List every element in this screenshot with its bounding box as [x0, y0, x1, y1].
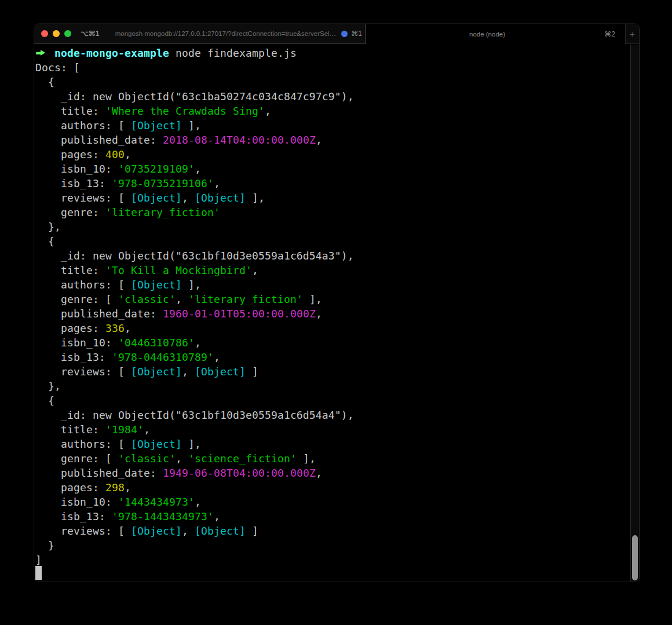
terminal-line: isbn_10: '0735219109', [35, 162, 630, 176]
tab-node[interactable]: node (node) ⌘2 [366, 24, 625, 44]
text-segment [48, 47, 54, 59]
text-segment: [Object] [195, 366, 246, 378]
text-segment: title: [35, 105, 105, 117]
text-segment: } [35, 539, 54, 551]
text-segment: isbn_10: [35, 163, 118, 175]
text-segment: ], [182, 438, 201, 450]
text-segment: , [176, 452, 188, 465]
text-segment: 'Where the Crawdads Sing' [105, 105, 265, 117]
terminal-line: isbn_10: '0446310786', [35, 335, 630, 350]
terminal-line: isbn_10: '1443434973', [35, 495, 630, 509]
text-segment: { [35, 76, 54, 88]
tab-mongosh[interactable]: ⌥⌘1 mongosh mongodb://127.0.0.1:27017/?d… [34, 24, 366, 44]
text-segment: ] [246, 525, 258, 537]
window-shortcut-hint: ⌥⌘1 [81, 30, 100, 38]
text-segment: , [125, 481, 131, 494]
text-segment: { [35, 235, 54, 247]
terminal-line: pages: 400, [35, 147, 630, 162]
text-segment: [Object] [131, 119, 182, 131]
text-segment: isb_13: [35, 351, 112, 363]
text-segment: ] [35, 554, 42, 566]
text-segment: , [125, 322, 131, 334]
text-segment: 'literary_fiction' [105, 206, 220, 218]
terminal-line: reviews: [ [Object], [Object] ] [35, 364, 630, 379]
text-segment: _id: new ObjectId("63c1ba50274c034c847c9… [35, 90, 354, 103]
text-segment: 1960-01-01T05:00:00.000Z [163, 308, 316, 320]
terminal-line: }, [35, 379, 630, 393]
terminal-line: reviews: [ [Object], [Object] ] [35, 524, 630, 538]
terminal-line: title: '1984', [35, 422, 630, 437]
zoom-button[interactable] [64, 30, 71, 37]
text-segment: published_date: [35, 467, 163, 479]
text-segment: [Object] [131, 525, 182, 537]
text-segment: reviews: [ [35, 366, 131, 378]
new-tab-button[interactable]: + [625, 24, 639, 44]
text-segment: 'classic' [118, 452, 176, 465]
text-segment: , [252, 264, 258, 276]
text-segment: ], [297, 452, 316, 465]
terminal-line: published_date: 2018-08-14T04:00:00.000Z… [35, 133, 630, 147]
close-button[interactable] [41, 30, 48, 37]
terminal-line: isb_13: '978-0446310789', [35, 350, 630, 364]
text-segment: ] [246, 366, 258, 378]
scrollbar-track[interactable] [630, 45, 639, 582]
text-segment: 298 [105, 481, 125, 494]
text-segment: isb_13: [35, 510, 112, 522]
terminal-line: pages: 298, [35, 480, 630, 495]
text-segment: [Object] [131, 438, 182, 450]
terminal-window: ⌥⌘1 mongosh mongodb://127.0.0.1:27017/?d… [34, 23, 640, 582]
text-segment: title: [35, 423, 105, 436]
terminal-line: genre: [ 'classic', 'literary_fiction' ]… [35, 292, 630, 306]
terminal-line: isb_13: '978-0735219106', [35, 176, 630, 191]
terminal-line: ➜ node-mongo-example node findexample.js [35, 46, 630, 60]
terminal-line: Docs: [ [35, 60, 630, 75]
text-segment: [Object] [131, 279, 182, 291]
text-segment: '0735219109' [118, 163, 195, 175]
text-segment: _id: new ObjectId("63c1bf10d3e0559a1c6d5… [35, 409, 354, 421]
text-segment: '978-0735219106' [112, 177, 214, 189]
text-segment: { [35, 394, 54, 407]
terminal-line: reviews: [ [Object], [Object] ], [35, 191, 630, 205]
text-segment: 'literary_fiction' [188, 293, 303, 305]
terminal-line: { [35, 75, 630, 89]
terminal-line: genre: 'literary_fiction' [35, 205, 630, 220]
text-segment: }, [35, 221, 61, 233]
text-segment: ], [182, 279, 201, 291]
text-segment: '978-0446310789' [112, 351, 214, 363]
text-segment: isbn_10: [35, 337, 118, 349]
terminal-line: isb_13: '978-1443434973', [35, 509, 630, 524]
text-segment: genre: [ [35, 452, 118, 465]
text-segment: authors: [ [35, 279, 131, 291]
text-segment: authors: [ [35, 119, 131, 131]
terminal-line: title: 'Where the Crawdads Sing', [35, 104, 630, 118]
text-segment: 'science_fiction' [188, 452, 297, 465]
text-segment: , [182, 525, 195, 537]
traffic-lights [41, 30, 71, 37]
text-segment: genre: [ [35, 293, 118, 305]
text-segment: reviews: [ [35, 192, 131, 204]
text-segment: , [214, 177, 220, 189]
text-segment: '0446310786' [118, 337, 195, 349]
text-segment: published_date: [35, 134, 163, 146]
terminal-line: genre: [ 'classic', 'science_fiction' ], [35, 451, 630, 466]
terminal-line: _id: new ObjectId("63c1ba50274c034c847c9… [35, 89, 630, 104]
text-segment: 'classic' [118, 293, 176, 305]
text-segment: , [316, 467, 322, 479]
scrollbar-thumb[interactable] [632, 535, 638, 580]
terminal-line: { [35, 393, 630, 408]
text-segment: , [182, 192, 195, 204]
tab-mongosh-shortcut: ⌘1 [351, 30, 362, 38]
terminal-line: published_date: 1960-01-01T05:00:00.000Z… [35, 306, 630, 321]
text-segment: isbn_10: [35, 496, 118, 508]
terminal-line: authors: [ [Object] ], [35, 277, 630, 292]
text-segment: Docs: [ [35, 61, 80, 74]
activity-indicator-icon [341, 31, 348, 37]
text-segment: [Object] [195, 192, 246, 204]
terminal-line: { [35, 234, 630, 248]
text-segment: 2018-08-14T04:00:00.000Z [163, 134, 316, 146]
terminal-line: } [35, 538, 630, 553]
text-segment: ➜ [35, 46, 48, 60]
terminal-line: _id: new ObjectId("63c1bf10d3e0559a1c6d5… [35, 408, 630, 422]
text-segment: , [144, 423, 150, 436]
minimize-button[interactable] [53, 30, 60, 37]
